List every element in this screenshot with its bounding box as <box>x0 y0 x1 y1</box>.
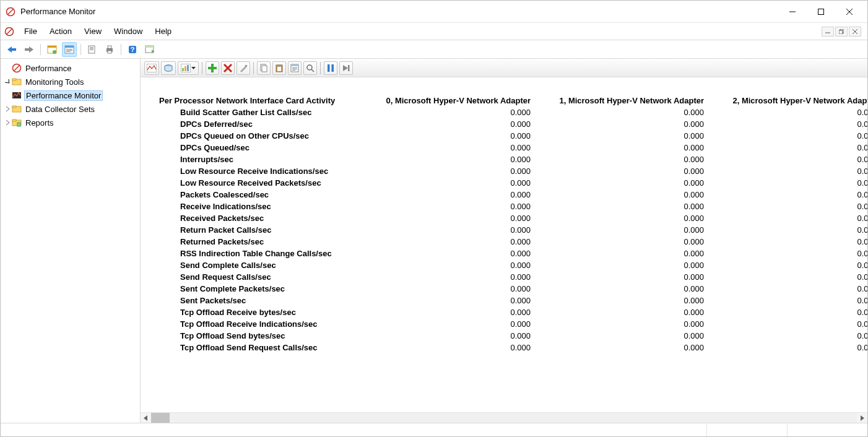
counter-table: Per Processor Network Interface Card Act… <box>153 95 867 353</box>
update-data-button[interactable] <box>339 61 353 75</box>
forward-button[interactable] <box>22 42 37 57</box>
scroll-thumb[interactable] <box>151 413 170 423</box>
statusbar <box>1 423 867 436</box>
counter-name: Low Resource Receive Indications/sec <box>153 165 376 177</box>
table-row[interactable]: Tcp Offload Receive Indications/sec0.000… <box>153 318 867 330</box>
print-button[interactable] <box>102 42 117 57</box>
report-scroll[interactable]: Per Processor Network Interface Card Act… <box>141 77 867 412</box>
tree-node-data-collector-sets[interactable]: Data Collector Sets <box>2 102 139 116</box>
table-row[interactable]: RSS Indirection Table Change Calls/sec0.… <box>153 248 867 259</box>
svg-line-1 <box>8 9 13 14</box>
counter-name: Low Resource Received Packets/sec <box>153 177 376 189</box>
column-header[interactable]: 2, Microsoft Hyper-V Network Adapter <box>710 95 867 106</box>
counter-value: 0.000 <box>710 236 867 248</box>
menu-action[interactable]: Action <box>43 24 78 38</box>
menu-view[interactable]: View <box>78 24 108 38</box>
content-pane: Per Processor Network Interface Card Act… <box>141 59 867 423</box>
minimize-button[interactable] <box>778 2 807 21</box>
table-row[interactable]: Received Packets/sec0.0000.0000.000 <box>153 212 867 224</box>
svg-rect-50 <box>182 68 184 71</box>
counter-name: Tcp Offload Receive bytes/sec <box>153 306 376 318</box>
console-tree[interactable]: Performance Monitoring Tools <box>1 59 141 423</box>
counter-value: 0.000 <box>537 212 710 224</box>
view-current-activity-button[interactable] <box>144 61 159 75</box>
tree-node-monitoring-tools[interactable]: Monitoring Tools <box>2 75 139 89</box>
table-row[interactable]: DPCs Deferred/sec0.0000.0000.000 <box>153 118 867 130</box>
counter-value: 0.000 <box>537 154 710 165</box>
counter-name: Build Scatter Gather List Calls/sec <box>153 106 376 118</box>
table-row[interactable]: Return Packet Calls/sec0.0000.0000.000 <box>153 224 867 236</box>
back-button[interactable] <box>4 42 19 57</box>
change-graph-type-button[interactable] <box>178 61 199 75</box>
table-row[interactable]: Send Complete Calls/sec0.0000.0000.000 <box>153 259 867 271</box>
properties-button[interactable] <box>288 61 302 75</box>
counter-value: 0.000 <box>537 236 710 248</box>
copy-button[interactable] <box>257 61 271 75</box>
highlight-button[interactable] <box>237 61 250 75</box>
table-row[interactable]: Tcp Offload Send Request Calls/sec0.0000… <box>153 342 867 353</box>
table-row[interactable]: Sent Packets/sec0.0000.0000.000 <box>153 295 867 306</box>
export-button[interactable] <box>85 42 100 57</box>
table-row[interactable]: DPCs Queued/sec0.0000.0000.000 <box>153 142 867 154</box>
mdi-restore-button[interactable] <box>835 27 848 37</box>
maximize-button[interactable] <box>807 2 835 21</box>
toolbar-separator <box>40 44 41 55</box>
group-header: Per Processor Network Interface Card Act… <box>153 95 376 106</box>
tree-node-performance-monitor[interactable]: Performance Monitor <box>2 89 139 102</box>
counter-name: DPCs Queued on Other CPUs/sec <box>153 130 376 142</box>
menu-file[interactable]: File <box>18 24 43 38</box>
svg-rect-52 <box>187 65 189 71</box>
expand-icon[interactable] <box>3 105 12 113</box>
counter-name: Send Complete Calls/sec <box>153 259 376 271</box>
paste-button[interactable] <box>272 61 286 75</box>
column-header[interactable]: 1, Microsoft Hyper-V Network Adapter <box>537 95 710 106</box>
counter-value: 0.000 <box>537 165 710 177</box>
table-row[interactable]: Tcp Offload Receive bytes/sec0.0000.0000… <box>153 306 867 318</box>
view-log-data-button[interactable] <box>161 61 176 75</box>
menubar: File Action View Window Help <box>1 23 867 40</box>
tree-node-reports[interactable]: Reports <box>2 116 139 129</box>
table-row[interactable]: DPCs Queued on Other CPUs/sec0.0000.0000… <box>153 130 867 142</box>
tree-node-performance[interactable]: Performance <box>2 61 139 75</box>
mdi-window-controls <box>822 27 861 37</box>
counter-value: 0.000 <box>376 142 537 154</box>
expand-icon[interactable] <box>3 118 12 127</box>
menu-window[interactable]: Window <box>108 24 149 38</box>
mdi-close-button[interactable] <box>849 27 861 37</box>
column-header[interactable]: 0, Microsoft Hyper-V Network Adapter <box>376 95 537 106</box>
toolbar-separator <box>80 44 81 55</box>
menu-help[interactable]: Help <box>149 24 178 38</box>
show-hide-tree-button[interactable] <box>45 42 59 57</box>
new-window-button[interactable] <box>142 42 157 57</box>
counter-name: Received Packets/sec <box>153 212 376 224</box>
table-row[interactable]: Interrupts/sec0.0000.0000.000 <box>153 154 867 165</box>
scroll-left-icon[interactable] <box>141 413 151 423</box>
table-row[interactable]: Sent Complete Packets/sec0.0000.0000.000 <box>153 283 867 295</box>
counter-value: 0.000 <box>710 189 867 201</box>
collapse-icon[interactable] <box>3 64 12 72</box>
properties-button[interactable] <box>62 42 77 57</box>
table-row[interactable]: Returned Packets/sec0.0000.0000.000 <box>153 236 867 248</box>
mdi-minimize-button[interactable] <box>822 27 834 37</box>
scroll-right-icon[interactable] <box>857 413 867 423</box>
close-button[interactable] <box>835 2 864 21</box>
help-button[interactable]: ? <box>125 42 140 57</box>
table-row[interactable]: Tcp Offload Send bytes/sec0.0000.0000.00… <box>153 330 867 342</box>
table-row[interactable]: Build Scatter Gather List Calls/sec0.000… <box>153 106 867 118</box>
counter-value: 0.000 <box>537 259 710 271</box>
horizontal-scrollbar[interactable] <box>141 412 867 423</box>
expand-icon[interactable] <box>3 77 12 86</box>
table-row[interactable]: Receive Indications/sec0.0000.0000.000 <box>153 201 867 212</box>
table-row[interactable]: Low Resource Receive Indications/sec0.00… <box>153 165 867 177</box>
zoom-button[interactable] <box>303 61 317 75</box>
svg-rect-18 <box>48 46 56 48</box>
svg-point-19 <box>53 50 56 54</box>
add-counter-button[interactable] <box>206 61 219 75</box>
scroll-track[interactable] <box>151 413 857 423</box>
counter-value: 0.000 <box>376 271 537 283</box>
table-row[interactable]: Send Request Calls/sec0.0000.0000.000 <box>153 271 867 283</box>
freeze-display-button[interactable] <box>324 61 337 75</box>
table-row[interactable]: Low Resource Received Packets/sec0.0000.… <box>153 177 867 189</box>
table-row[interactable]: Packets Coalesced/sec0.0000.0000.000 <box>153 189 867 201</box>
delete-counter-button[interactable] <box>221 61 235 75</box>
